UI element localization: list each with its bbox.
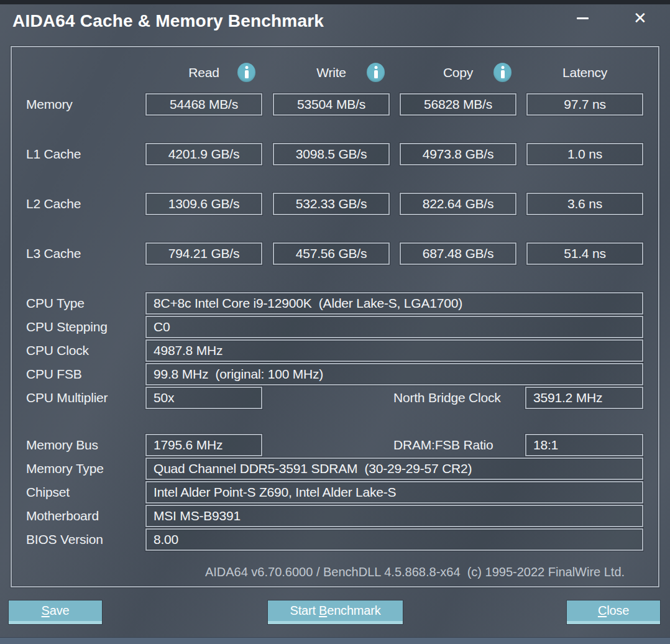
l3-cache-row-label: L3 Cache — [26, 242, 81, 265]
minimize-button[interactable] — [568, 5, 597, 31]
l3-read-value: 794.21 GB/s — [145, 242, 262, 265]
minimize-icon — [577, 17, 589, 19]
memory-type-label: Memory Type — [26, 458, 104, 480]
close-icon: ✕ — [633, 10, 647, 26]
memory-type-value: Quad Channel DDR5-3591 SDRAM (30-29-29-5… — [145, 458, 643, 480]
chipset-label: Chipset — [26, 481, 70, 504]
cpu-fsb-value: 99.8 MHz (original: 100 MHz) — [145, 363, 643, 385]
memory-read-value: 54468 MB/s — [145, 93, 262, 116]
l3-write-value: 457.56 GB/s — [273, 242, 390, 265]
memory-copy-value: 56828 MB/s — [400, 93, 516, 116]
version-footer-text: AIDA64 v6.70.6000 / BenchDLL 4.5.868.8-x… — [145, 561, 643, 583]
l2-cache-row-label: L2 Cache — [26, 193, 81, 215]
save-button[interactable]: Save — [9, 600, 102, 624]
close-dialog-button[interactable]: Close — [567, 600, 660, 624]
window-top-edge — [0, 0, 670, 4]
memory-latency-value: 97.7 ns — [526, 93, 643, 116]
cpu-type-label: CPU Type — [26, 292, 85, 315]
memory-write-value: 53504 MB/s — [273, 93, 390, 116]
bios-version-value: 8.00 — [145, 528, 643, 551]
write-info-icon[interactable] — [367, 63, 385, 82]
cpu-stepping-label: CPU Stepping — [26, 316, 108, 338]
cpu-multiplier-label: CPU Multiplier — [26, 387, 108, 409]
north-bridge-clock-label: North Bridge Clock — [393, 387, 501, 409]
cpu-clock-label: CPU Clock — [26, 339, 89, 362]
cpu-type-value: 8C+8c Intel Core i9-12900K (Alder Lake-S… — [145, 292, 643, 315]
bios-version-label: BIOS Version — [26, 528, 103, 551]
memory-row-label: Memory — [26, 93, 73, 116]
cpu-clock-value: 4987.8 MHz — [145, 339, 643, 362]
l1-write-value: 3098.5 GB/s — [273, 143, 390, 165]
l1-copy-value: 4973.8 GB/s — [400, 143, 516, 165]
close-button-label-post: lose — [607, 604, 629, 618]
save-button-accesskey: S — [42, 604, 50, 618]
l3-copy-value: 687.48 GB/s — [400, 242, 516, 265]
l2-write-value: 532.33 GB/s — [273, 193, 390, 215]
titlebar-close-button[interactable]: ✕ — [626, 5, 654, 31]
start-button-label-pre: Start — [290, 604, 319, 618]
aida64-benchmark-window: AIDA64 Cache & Memory Benchmark ✕ Read W… — [0, 0, 670, 644]
l1-latency-value: 1.0 ns — [526, 143, 643, 165]
save-button-label-post: ave — [50, 604, 70, 618]
copy-info-icon[interactable] — [493, 63, 512, 82]
start-button-label-post: enchmark — [327, 604, 380, 618]
cpu-multiplier-value: 50x — [145, 387, 262, 409]
dram-fsb-ratio-label: DRAM:FSB Ratio — [393, 434, 493, 456]
start-button-accesskey: B — [319, 604, 327, 618]
cpu-stepping-value: C0 — [145, 316, 643, 338]
motherboard-value: MSI MS-B9391 — [145, 505, 643, 527]
window-title: AIDA64 Cache & Memory Benchmark — [12, 8, 324, 34]
l2-copy-value: 822.64 GB/s — [400, 193, 516, 215]
read-info-icon[interactable] — [237, 63, 255, 82]
memory-bus-label: Memory Bus — [26, 434, 98, 456]
cpu-fsb-label: CPU FSB — [26, 363, 82, 385]
l1-cache-row-label: L1 Cache — [26, 143, 81, 165]
l1-read-value: 4201.9 GB/s — [145, 143, 262, 165]
close-button-accesskey: C — [598, 604, 607, 618]
l2-latency-value: 3.6 ns — [526, 193, 643, 215]
start-benchmark-button[interactable]: Start Benchmark — [268, 600, 403, 624]
l3-latency-value: 51.4 ns — [526, 242, 643, 265]
motherboard-label: Motherboard — [26, 505, 99, 527]
memory-bus-value: 1795.6 MHz — [145, 434, 262, 456]
dram-fsb-ratio-value: 18:1 — [525, 434, 643, 456]
l2-read-value: 1309.6 GB/s — [145, 193, 262, 215]
column-header-latency: Latency — [526, 63, 643, 83]
taskbar-strip — [0, 637, 670, 644]
north-bridge-clock-value: 3591.2 MHz — [525, 387, 643, 409]
chipset-value: Intel Alder Point-S Z690, Intel Alder La… — [145, 481, 643, 504]
